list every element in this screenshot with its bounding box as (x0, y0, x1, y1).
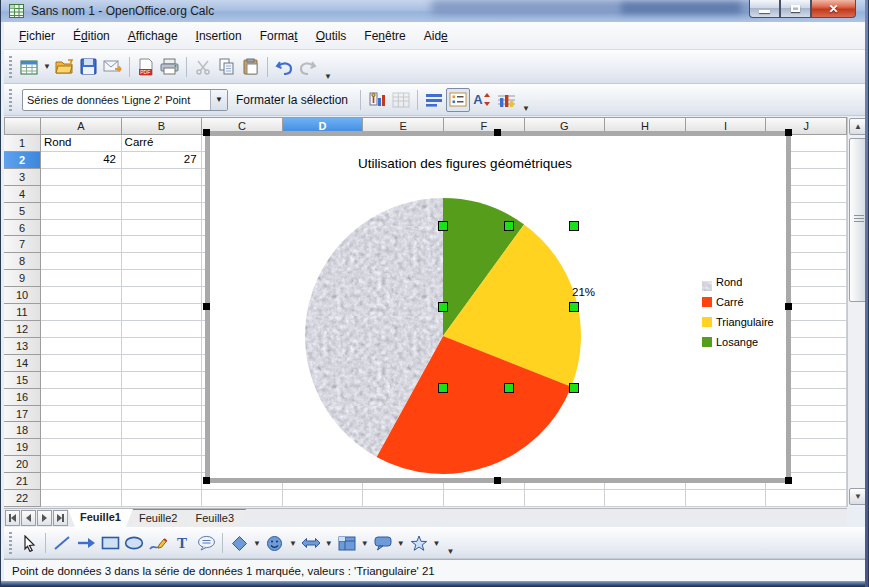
selection-selector[interactable]: Séries de données 'Ligne 2' Point ▼ (22, 89, 228, 111)
flowchart-button[interactable] (335, 531, 359, 555)
frame-handle[interactable] (785, 303, 792, 310)
row-header-16[interactable]: 16 (4, 389, 41, 406)
text-tool-button[interactable]: T (170, 531, 194, 555)
selector-dropdown-button[interactable]: ▼ (210, 90, 227, 110)
horizontal-grids-button[interactable] (494, 88, 518, 112)
email-button[interactable] (101, 55, 125, 79)
maximize-button[interactable] (780, 0, 811, 18)
selection-handle[interactable] (438, 383, 448, 393)
frame-handle[interactable] (785, 129, 792, 136)
undo-button[interactable] (272, 55, 296, 79)
row-header-4[interactable]: 4 (4, 186, 41, 203)
row-header-2[interactable]: 2 (4, 152, 41, 169)
title-bar[interactable]: Sans nom 1 - OpenOffice.org Calc ✕ (1, 0, 869, 22)
format-selection-button[interactable]: Formater la sélection (228, 90, 356, 110)
selection-handle[interactable] (569, 302, 579, 312)
chart-type-button[interactable] (365, 88, 389, 112)
row-header-19[interactable]: 19 (4, 439, 41, 456)
legend-on-off-button[interactable] (446, 88, 470, 112)
new-dropdown-caret[interactable]: ▼ (41, 62, 53, 71)
legend-item-triangulaire[interactable]: Triangulaire (702, 316, 774, 328)
stars-caret[interactable]: ▼ (431, 539, 443, 548)
text-scale-button[interactable]: A (470, 88, 494, 112)
block-arrows-button[interactable] (299, 531, 323, 555)
frame-handle[interactable] (785, 477, 792, 484)
new-document-button[interactable] (17, 55, 41, 79)
row-header-8[interactable]: 8 (4, 253, 41, 270)
chart-data-table-button[interactable] (389, 88, 413, 112)
row-header-18[interactable]: 18 (4, 422, 41, 439)
row-header-3[interactable]: 3 (4, 169, 41, 186)
stars-button[interactable] (407, 531, 431, 555)
print-button[interactable] (158, 55, 182, 79)
toolbar-overflow-caret[interactable]: ▼ (324, 72, 332, 81)
row-header-9[interactable]: 9 (4, 270, 41, 287)
save-button[interactable] (77, 55, 101, 79)
frame-handle[interactable] (203, 129, 210, 136)
vertical-scrollbar[interactable]: ▲ ▼ (847, 117, 867, 507)
prev-sheet-button[interactable] (21, 510, 36, 526)
paste-button[interactable] (239, 55, 263, 79)
block-arrows-caret[interactable]: ▼ (323, 539, 335, 548)
toolbar-grip[interactable] (7, 56, 14, 78)
copy-button[interactable] (215, 55, 239, 79)
row-header-22[interactable]: 22 (4, 490, 41, 507)
frame-handle[interactable] (203, 303, 210, 310)
selection-handle[interactable] (569, 221, 579, 231)
flowchart-caret[interactable]: ▼ (359, 539, 371, 548)
row-header-13[interactable]: 13 (4, 338, 41, 355)
callouts-caret[interactable]: ▼ (395, 539, 407, 548)
menu-édition[interactable]: Édition (64, 25, 119, 47)
cell-A1[interactable]: Rond (41, 135, 119, 151)
sheet-tab-feuille1[interactable]: Feuille1 (68, 509, 133, 527)
row-header-15[interactable]: 15 (4, 372, 41, 389)
vertical-callout-button[interactable] (194, 531, 218, 555)
row-header-1[interactable]: 1 (4, 135, 41, 152)
cell-B1[interactable]: Carré (122, 135, 200, 151)
rectangle-tool-button[interactable] (98, 531, 122, 555)
row-header-12[interactable]: 12 (4, 321, 41, 338)
basic-shapes-button[interactable] (227, 531, 251, 555)
menu-format[interactable]: Format (251, 25, 307, 47)
legend-item-losange[interactable]: Losange (702, 336, 774, 348)
menu-fenêtre[interactable]: Fenêtre (355, 25, 414, 47)
cell-A2[interactable]: 42 (41, 152, 119, 168)
last-sheet-button[interactable] (53, 510, 68, 526)
row-header-5[interactable]: 5 (4, 203, 41, 220)
close-button[interactable]: ✕ (811, 0, 856, 18)
menu-insertion[interactable]: Insertion (187, 25, 251, 47)
open-button[interactable] (53, 55, 77, 79)
sheet-tab-feuille2[interactable]: Feuille2 (127, 509, 190, 527)
row-header-17[interactable]: 17 (4, 406, 41, 423)
next-sheet-button[interactable] (37, 510, 52, 526)
selection-handle[interactable] (504, 383, 514, 393)
menu-fichier[interactable]: Fichier (10, 25, 64, 47)
basic-shapes-caret[interactable]: ▼ (251, 539, 263, 548)
toolbar-grip[interactable] (7, 532, 14, 554)
selection-handle[interactable] (438, 302, 448, 312)
chart-object[interactable]: Utilisation des figures géométriques 21%… (205, 131, 791, 483)
minimize-button[interactable] (749, 0, 780, 18)
toolbar-overflow-caret[interactable]: ▼ (447, 547, 455, 556)
ellipse-tool-button[interactable] (122, 531, 146, 555)
sheet-tab-feuille3[interactable]: Feuille3 (184, 509, 247, 527)
symbol-shapes-caret[interactable]: ▼ (287, 539, 299, 548)
row-header-10[interactable]: 10 (4, 287, 41, 304)
selection-handle[interactable] (569, 383, 579, 393)
freeform-tool-button[interactable] (146, 531, 170, 555)
row-header-11[interactable]: 11 (4, 304, 41, 321)
select-tool-button[interactable] (17, 531, 41, 555)
chart-legend[interactable]: RondCarréTriangulaireLosange (702, 276, 774, 356)
menu-affichage[interactable]: Affichage (119, 25, 187, 47)
row-header-14[interactable]: 14 (4, 355, 41, 372)
symbol-shapes-button[interactable] (263, 531, 287, 555)
selection-handle[interactable] (504, 221, 514, 231)
selection-handle[interactable] (438, 221, 448, 231)
frame-handle[interactable] (203, 477, 210, 484)
toolbar-grip[interactable] (7, 89, 14, 111)
toolbar-overflow-caret[interactable]: ▼ (522, 104, 530, 113)
cell-B2[interactable]: 27 (122, 152, 200, 168)
frame-handle[interactable] (494, 477, 501, 484)
callouts-button[interactable] (371, 531, 395, 555)
titles-on-off-button[interactable] (422, 88, 446, 112)
